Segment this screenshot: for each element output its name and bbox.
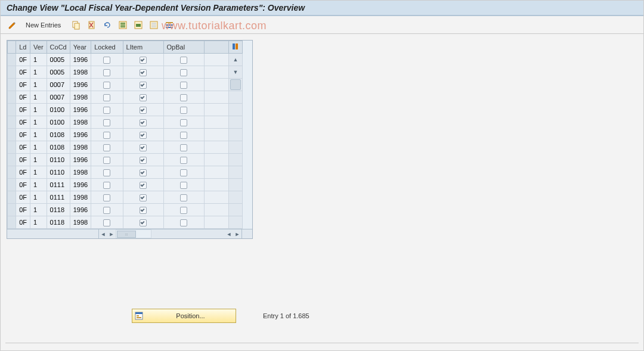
hscroll-right-arrow[interactable]: ► xyxy=(107,229,116,238)
litem-checkbox[interactable] xyxy=(140,94,147,101)
cell-ver[interactable]: 1 xyxy=(30,204,47,216)
locked-checkbox[interactable] xyxy=(103,94,110,101)
cell-extra[interactable] xyxy=(205,66,229,79)
opbal-checkbox[interactable] xyxy=(180,94,187,101)
cell-ld[interactable]: 0F xyxy=(16,104,30,116)
table-configuration-icon[interactable] xyxy=(228,41,242,54)
locked-checkbox[interactable] xyxy=(103,57,110,64)
locked-checkbox[interactable] xyxy=(103,107,110,114)
col-header-year[interactable]: Year xyxy=(70,41,91,54)
litem-checkbox[interactable] xyxy=(140,169,147,176)
opbal-checkbox[interactable] xyxy=(180,157,187,164)
cell-ver[interactable]: 1 xyxy=(30,179,47,191)
cell-extra[interactable] xyxy=(205,216,229,229)
opbal-checkbox[interactable] xyxy=(180,182,187,189)
row-selector[interactable] xyxy=(8,66,16,79)
cell-ver[interactable]: 1 xyxy=(30,191,47,204)
row-selector[interactable] xyxy=(8,154,16,166)
opbal-checkbox[interactable] xyxy=(180,144,187,151)
cell-extra[interactable] xyxy=(205,141,229,154)
cell-cocd[interactable]: 0108 xyxy=(47,141,70,154)
cell-year[interactable]: 1996 xyxy=(70,54,91,66)
cell-ver[interactable]: 1 xyxy=(30,116,47,129)
cell-cocd[interactable]: 0100 xyxy=(47,104,70,116)
vscroll-up-arrow[interactable]: ▲ xyxy=(228,54,242,66)
row-selector[interactable] xyxy=(8,191,16,204)
litem-checkbox[interactable] xyxy=(140,119,147,126)
locked-checkbox[interactable] xyxy=(103,194,110,201)
locked-checkbox[interactable] xyxy=(103,157,110,164)
vscroll-track[interactable] xyxy=(228,141,242,154)
cell-extra[interactable] xyxy=(205,54,229,66)
cell-extra[interactable] xyxy=(205,166,229,179)
cell-cocd[interactable]: 0111 xyxy=(47,191,70,204)
cell-extra[interactable] xyxy=(205,204,229,216)
cell-cocd[interactable]: 0118 xyxy=(47,216,70,229)
row-selector[interactable] xyxy=(8,91,16,104)
cell-extra[interactable] xyxy=(205,154,229,166)
cell-year[interactable]: 1996 xyxy=(70,179,91,191)
cell-year[interactable]: 1998 xyxy=(70,166,91,179)
row-selector[interactable] xyxy=(8,216,16,229)
vscroll-track[interactable] xyxy=(228,129,242,141)
opbal-checkbox[interactable] xyxy=(180,82,187,89)
row-selector[interactable] xyxy=(8,54,16,66)
col-header-ver[interactable]: Ver xyxy=(30,41,47,54)
cell-year[interactable]: 1998 xyxy=(70,66,91,79)
vscroll-thumb[interactable] xyxy=(228,79,242,91)
litem-checkbox[interactable] xyxy=(140,82,147,89)
vscroll-track[interactable] xyxy=(228,154,242,166)
vscroll-track[interactable] xyxy=(228,166,242,179)
locked-checkbox[interactable] xyxy=(103,219,110,226)
vscroll-track[interactable] xyxy=(228,116,242,129)
locked-checkbox[interactable] xyxy=(103,119,110,126)
cell-extra[interactable] xyxy=(205,91,229,104)
row-selector[interactable] xyxy=(8,129,16,141)
col-header-opbal[interactable]: OpBal xyxy=(163,41,205,54)
vscroll-track[interactable] xyxy=(228,91,242,104)
litem-checkbox[interactable] xyxy=(140,144,147,151)
cell-ld[interactable]: 0F xyxy=(16,116,30,129)
locked-checkbox[interactable] xyxy=(103,82,110,89)
cell-ver[interactable]: 1 xyxy=(30,154,47,166)
row-selector[interactable] xyxy=(8,116,16,129)
col-header-litem[interactable]: LItem xyxy=(123,41,163,54)
opbal-checkbox[interactable] xyxy=(180,169,187,176)
cell-ld[interactable]: 0F xyxy=(16,204,30,216)
cell-ver[interactable]: 1 xyxy=(30,141,47,154)
cell-ver[interactable]: 1 xyxy=(30,216,47,229)
cell-year[interactable]: 1998 xyxy=(70,141,91,154)
opbal-checkbox[interactable] xyxy=(180,207,187,214)
hscroll-left-arrow-2[interactable]: ◄ xyxy=(225,229,233,238)
cell-cocd[interactable]: 0007 xyxy=(47,79,70,91)
new-entries-button[interactable]: New Entries xyxy=(22,20,64,30)
opbal-checkbox[interactable] xyxy=(180,132,187,139)
cell-year[interactable]: 1996 xyxy=(70,204,91,216)
row-selector[interactable] xyxy=(8,179,16,191)
litem-checkbox[interactable] xyxy=(140,157,147,164)
row-selector[interactable] xyxy=(8,104,16,116)
cell-year[interactable]: 1998 xyxy=(70,191,91,204)
cell-year[interactable]: 1998 xyxy=(70,216,91,229)
cell-cocd[interactable]: 0110 xyxy=(47,166,70,179)
hscroll-thumb[interactable]: ::: xyxy=(117,231,136,238)
vscroll-track[interactable] xyxy=(228,191,242,204)
locked-checkbox[interactable] xyxy=(103,69,110,76)
cell-year[interactable]: 1996 xyxy=(70,104,91,116)
cell-extra[interactable] xyxy=(205,191,229,204)
vscroll-track[interactable] xyxy=(228,179,242,191)
cell-ld[interactable]: 0F xyxy=(16,191,30,204)
col-header-ld[interactable]: Ld xyxy=(16,41,30,54)
opbal-checkbox[interactable] xyxy=(180,57,187,64)
cell-year[interactable]: 1996 xyxy=(70,154,91,166)
cell-ver[interactable]: 1 xyxy=(30,66,47,79)
undo-change-icon[interactable] xyxy=(101,19,113,31)
litem-checkbox[interactable] xyxy=(140,207,147,214)
hscroll-right-arrow-2[interactable]: ► xyxy=(233,229,242,238)
litem-checkbox[interactable] xyxy=(140,57,147,64)
delete-icon[interactable] xyxy=(86,19,98,31)
cell-extra[interactable] xyxy=(205,104,229,116)
hscroll-track[interactable]: ::: xyxy=(116,229,151,238)
select-all-icon[interactable] xyxy=(117,19,129,31)
litem-checkbox[interactable] xyxy=(140,132,147,139)
